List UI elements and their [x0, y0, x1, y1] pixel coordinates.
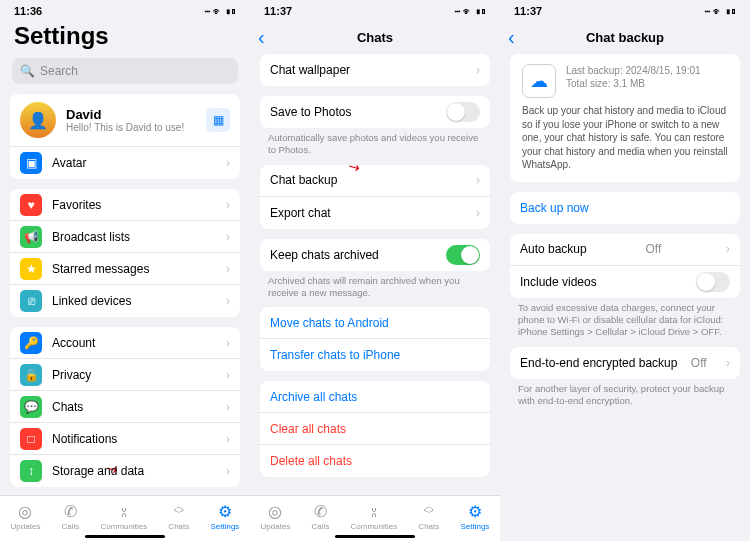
chevron-icon: › [476, 206, 480, 220]
status-bar: 11:36 ⋯ ᯤ ▮▯ [0, 0, 250, 20]
row-label: Favorites [52, 198, 101, 212]
chat-backup-row[interactable]: Chat backup›↘ [260, 165, 490, 197]
tab-chats[interactable]: ⌔Chats [418, 503, 439, 531]
chevron-icon: › [226, 294, 230, 308]
chevron-icon: › [726, 242, 730, 256]
tab-updates[interactable]: ◎Updates [261, 502, 291, 531]
archive-all-row[interactable]: Archive all chats [260, 381, 490, 413]
transfer-iphone-row[interactable]: Transfer chats to iPhone [260, 339, 490, 371]
tab-updates[interactable]: ◎Updates [11, 502, 41, 531]
row-label: Broadcast lists [52, 230, 130, 244]
delete-all-row[interactable]: Delete all chats [260, 445, 490, 477]
privacy-row[interactable]: 🔒Privacy› [10, 359, 240, 391]
tab-label: Updates [11, 522, 41, 531]
nav-bar: ‹ Chats [250, 20, 500, 54]
calls-icon: ✆ [314, 502, 327, 521]
include-videos-toggle[interactable] [696, 272, 730, 292]
favorites-row[interactable]: ♥Favorites› [10, 189, 240, 221]
nav-bar: ‹ Chat backup [500, 20, 750, 54]
row-label: Chat wallpaper [270, 63, 350, 77]
include-videos-row[interactable]: Include videos [510, 266, 740, 298]
chats-row[interactable]: 💬Chats›↘ [10, 391, 240, 423]
row-label: Chats [52, 400, 83, 414]
backup-description: Back up your chat history and media to i… [522, 104, 728, 172]
account-row[interactable]: 🔑Account› [10, 327, 240, 359]
e2e-backup-row[interactable]: End-to-end encrypted backupOff› [510, 347, 740, 379]
tab-label: Calls [312, 522, 330, 531]
home-indicator [335, 535, 415, 538]
tab-communities[interactable]: ⩆Communities [101, 503, 148, 531]
settings-icon: ⚙ [468, 502, 482, 521]
communities-icon: ⩆ [370, 503, 378, 521]
total-size-label: Total size: 3.1 MB [566, 77, 701, 90]
tab-label: Calls [62, 522, 80, 531]
updates-icon: ◎ [18, 502, 32, 521]
chevron-icon: › [226, 230, 230, 244]
tab-label: Communities [351, 522, 398, 531]
move-android-row[interactable]: Move chats to Android [260, 307, 490, 339]
tab-communities[interactable]: ⩆Communities [351, 503, 398, 531]
settings-icon: ⚙ [218, 502, 232, 521]
save-photos-toggle[interactable] [446, 102, 480, 122]
tab-label: Settings [460, 522, 489, 531]
row-label: Archive all chats [270, 390, 357, 404]
clear-all-row[interactable]: Clear all chats [260, 413, 490, 445]
heart-icon: ♥ [20, 194, 42, 216]
chevron-icon: › [226, 336, 230, 350]
tab-label: Settings [210, 522, 239, 531]
linked-devices-row[interactable]: ⎚Linked devices› [10, 285, 240, 317]
avatar-row[interactable]: ▣ Avatar › [10, 147, 240, 179]
tab-chats[interactable]: ⌔Chats [168, 503, 189, 531]
tab-label: Updates [261, 522, 291, 531]
row-label: Include videos [520, 275, 597, 289]
tab-settings[interactable]: ⚙Settings [460, 502, 489, 531]
devices-icon: ⎚ [20, 290, 42, 312]
storage-icon: ↕ [20, 460, 42, 482]
row-label: Chat backup [270, 173, 337, 187]
lock-icon: 🔒 [20, 364, 42, 386]
tab-calls[interactable]: ✆Calls [62, 502, 80, 531]
storage-row[interactable]: ↕Storage and data› [10, 455, 240, 487]
export-chat-row[interactable]: Export chat› [260, 197, 490, 229]
backup-now-row[interactable]: Back up now [510, 192, 740, 224]
row-label: Account [52, 336, 95, 350]
phone-chats: 11:37 ⋯ ᯤ ▮▯ ‹ Chats Chat wallpaper› Sav… [250, 0, 500, 541]
auto-backup-row[interactable]: Auto backupOff› [510, 234, 740, 266]
row-label: Clear all chats [270, 422, 346, 436]
chats-icon: ⌔ [174, 503, 184, 521]
starred-row[interactable]: ★Starred messages› [10, 253, 240, 285]
status-icons: ⋯ ᯤ ▮▯ [705, 6, 736, 17]
chevron-icon: › [476, 173, 480, 187]
tab-calls[interactable]: ✆Calls [312, 502, 330, 531]
back-button[interactable]: ‹ [508, 26, 515, 49]
phone-settings: 11:36 ⋯ ᯤ ▮▯ Settings 🔍 Search 👤 David H… [0, 0, 250, 541]
profile-name: David [66, 107, 184, 122]
row-label: Avatar [52, 156, 86, 170]
status-bar: 11:37 ⋯ ᯤ ▮▯ [250, 0, 500, 20]
notifications-row[interactable]: □Notifications› [10, 423, 240, 455]
broadcast-row[interactable]: 📢Broadcast lists› [10, 221, 240, 253]
back-button[interactable]: ‹ [258, 26, 265, 49]
profile-row[interactable]: 👤 David Hello! This is David to use! ▦ [10, 94, 240, 147]
search-input[interactable]: 🔍 Search [12, 58, 238, 84]
keep-archived-row[interactable]: Keep chats archived [260, 239, 490, 271]
row-label: Transfer chats to iPhone [270, 348, 400, 362]
status-bar: 11:37 ⋯ ᯤ ▮▯ [500, 0, 750, 20]
bell-icon: □ [20, 428, 42, 450]
row-label: Keep chats archived [270, 248, 379, 262]
chat-wallpaper-row[interactable]: Chat wallpaper› [260, 54, 490, 86]
arrow-annotation: ↘ [345, 165, 363, 177]
keep-archived-toggle[interactable] [446, 245, 480, 265]
avatar: 👤 [20, 102, 56, 138]
tab-label: Communities [101, 522, 148, 531]
avatar-icon: ▣ [20, 152, 42, 174]
tab-settings[interactable]: ⚙Settings [210, 502, 239, 531]
status-icons: ⋯ ᯤ ▮▯ [455, 6, 486, 17]
e2e-value: Off [691, 356, 707, 370]
qr-icon[interactable]: ▦ [206, 108, 230, 132]
chevron-icon: › [226, 400, 230, 414]
updates-icon: ◎ [268, 502, 282, 521]
data-caption: To avoid excessive data charges, connect… [500, 302, 750, 347]
save-photos-row[interactable]: Save to Photos [260, 96, 490, 128]
last-backup-label: Last backup: 2024/8/15, 19:01 [566, 64, 701, 77]
